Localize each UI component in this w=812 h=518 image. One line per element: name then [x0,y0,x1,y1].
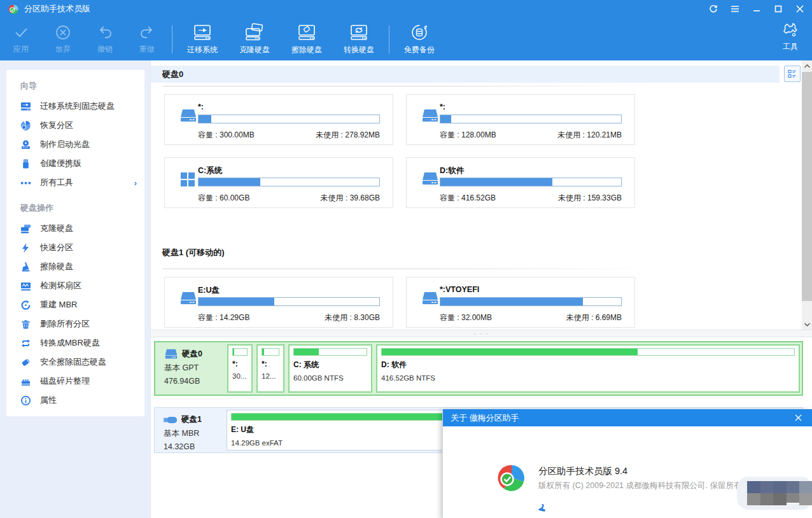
disk0-section-header: 硬盘0 [151,66,780,83]
close-button[interactable] [792,1,808,17]
menu-icon[interactable] [727,1,743,17]
sidebar-item-all-tools[interactable]: 所有工具 › [6,173,144,192]
partition-block-star-300[interactable]: *: 30... [227,344,253,393]
usage-bar [381,348,795,356]
unused-text: 未使用 : 39.68GB [321,193,380,204]
dialog-close-button[interactable] [789,409,807,426]
disk0-row-selected[interactable]: 硬盘0 基本 GPT 476.94GB *: 30... *: 12... C:… [154,341,803,396]
view-toggle-button[interactable] [784,66,801,82]
scroll-up-button[interactable] [802,60,812,71]
sidebar-item-convert-to-mbr[interactable]: 转换成MBR硬盘 [6,333,144,353]
disk1-label: 硬盘1 [164,414,225,425]
unused-text: 未使用 : 159.33GB [558,193,622,204]
divider [162,269,652,269]
maximize-button[interactable] [770,1,787,17]
bad-sector-wave-icon [20,281,31,291]
usage-bar [440,115,622,123]
usage-bar [262,348,279,356]
toolbar-separator [389,25,389,53]
about-copyright: 版权所有 (C) 2009-2021 成都傲梅科技有限公司. 保留所有版权. [538,480,760,491]
list-view-icon [787,69,797,79]
disk1-section-header: 硬盘1 (可移动的) [162,247,225,258]
disk-icon [180,291,197,305]
wipe-disk-button[interactable]: 擦除硬盘 [281,20,333,59]
window-chrome: 分区助手技术员版 [0,0,812,60]
check-icon [12,24,30,41]
sidebar-item-properties[interactable]: 属性 [6,391,144,410]
clone-disk-icon [20,223,31,234]
partition-card-e-usb[interactable]: E:U盘 容量 : 14.29GB 未使用 : 8.30GB [164,277,393,328]
eraser-icon [20,357,31,368]
sidebar-item-secure-erase-ssd[interactable]: 安全擦除固态硬盘 [6,353,144,372]
sidebar-item-check-bad-sectors[interactable]: 检测坏扇区 [6,276,144,295]
broom-icon [20,262,31,272]
sidebar-item-migrate-to-ssd[interactable]: 迁移系统到固态硬盘 [6,97,144,116]
backup-icon [409,23,430,42]
sidebar-item-make-boot-disc[interactable]: 制作启动光盘 [6,135,144,154]
partition-title: E:U盘 [198,285,220,296]
disk-arrow-icon [20,101,31,112]
disk-icon [422,109,438,123]
sidebar-item-recover-partition[interactable]: 恢复分区 [6,116,144,135]
capacity-text: 容量 : 128.00MB [440,130,496,141]
section-title-disk-operations: 硬盘操作 [6,199,144,219]
sidebar: 向导 迁移系统到固态硬盘 恢复分区 制作启动光盘 创建便携版 所有工具 › [0,60,151,518]
pointer-hand-icon [537,503,547,513]
partition-card-vtoyefi[interactable]: *:VTOYEFI 容量 : 32.00MB 未使用 : 6.69MB [406,277,635,328]
usage-bar [198,115,380,123]
disk-icon [180,109,197,123]
disk1-type: 基本 MBR [164,428,225,439]
wrench-icon [782,22,799,39]
disk-convert-icon [348,23,370,42]
free-backup-button[interactable]: 免费备份 [393,20,445,59]
disk-icon [422,291,438,305]
partition-card-c-system[interactable]: C:系统 容量 : 60.00GB 未使用 : 39.68GB [164,157,393,208]
partition-card-d-software[interactable]: D:软件 容量 : 416.52GB 未使用 : 159.33GB [406,157,635,208]
sidebar-item-rebuild-mbr[interactable]: 重建 MBR [6,295,144,314]
boot-disc-icon [20,139,31,150]
convert-disk-button[interactable]: 转换硬盘 [333,20,385,59]
refresh-icon[interactable] [705,1,722,17]
window-title: 分区助手技术员版 [24,3,90,15]
sidebar-item-defragment[interactable]: 磁盘碎片整理 [6,372,144,391]
sidebar-item-clone-disk[interactable]: 克隆硬盘 [6,219,144,238]
lightning-icon [20,242,31,253]
partition-block-c-system[interactable]: C: 系统 60.00GB NTFS [288,344,372,393]
sidebar-item-wipe-disk[interactable]: 擦除硬盘 [6,257,144,276]
partition-block-star-128[interactable]: *: 12... [256,344,284,393]
censored-button-mosaic [737,477,812,510]
usage-bar [198,297,380,306]
vertical-scrollbar[interactable] [802,60,812,330]
ellipsis-icon [20,178,31,188]
redo-icon [138,24,156,41]
usb-drive-icon [164,416,178,424]
partition-card-star-128[interactable]: *: 容量 : 128.00MB 未使用 : 120.21MB [406,94,635,145]
pane-splitter[interactable]: · · · [151,330,812,337]
sidebar-item-create-portable[interactable]: 创建便携版 [6,154,144,173]
discard-button[interactable]: 放弃 [42,20,84,59]
partition-title: C:系统 [198,165,222,176]
sidebar-item-delete-all-partitions[interactable]: 删除所有分区 [6,314,144,333]
migrate-system-button[interactable]: 迁移系统 [176,20,228,59]
disk-overview-pane: 硬盘0 *: 容量 : 300.00MB 未使用 : 278.92MB *: 容… [151,60,812,330]
partition-card-star-300[interactable]: *: 容量 : 300.00MB 未使用 : 278.92MB [164,94,393,145]
sidebar-item-quick-partition[interactable]: 快速分区 [6,238,144,257]
redo-button[interactable]: 重做 [126,20,168,59]
scroll-down-button[interactable] [802,319,812,330]
minimize-button[interactable] [748,1,765,17]
partition-assistant-window: 分区助手技术员版 [0,0,812,518]
clone-disk-button[interactable]: 克隆硬盘 [228,20,281,59]
disk-erase-icon [296,23,318,42]
rebuild-mbr-icon [20,300,31,311]
chevron-right-icon: › [134,178,137,188]
partition-block-d-software[interactable]: D: 软件 416.52GB NTFS [376,344,800,393]
usage-bar [440,297,622,306]
titlebar: 分区助手技术员版 [0,0,812,18]
scrollbar-thumb[interactable] [802,72,812,301]
capacity-text: 容量 : 14.29GB [198,312,249,323]
tools-button[interactable]: 工具 [773,18,808,56]
undo-button[interactable]: 撤销 [84,20,126,59]
partition-title: *:VTOYEFI [440,285,479,294]
partition-title: D:软件 [440,165,464,176]
apply-button[interactable]: 应用 [0,20,42,59]
